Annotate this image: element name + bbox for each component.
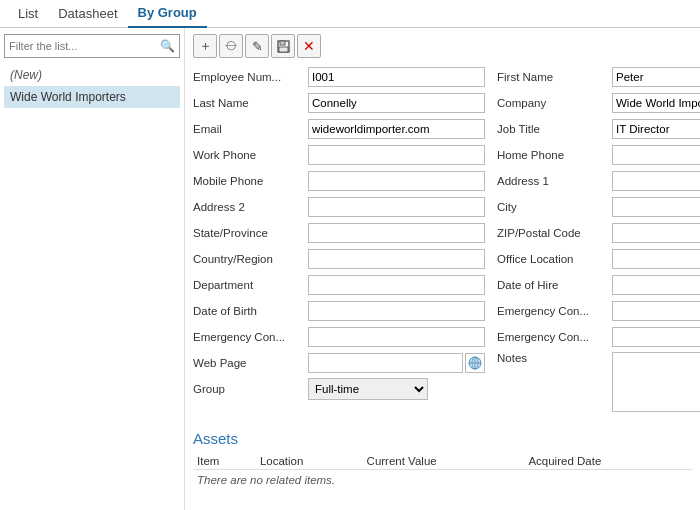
state-province-row: State/Province — [193, 222, 485, 244]
department-label: Department — [193, 279, 308, 291]
job-title-label: Job Title — [497, 123, 612, 135]
employee-number-input[interactable] — [308, 67, 485, 87]
email-label: Email — [193, 123, 308, 135]
zip-input[interactable] — [612, 223, 700, 243]
assets-col-location: Location — [256, 453, 363, 470]
state-province-input[interactable] — [308, 223, 485, 243]
email-row: Email — [193, 118, 485, 140]
assets-col-value: Current Value — [363, 453, 525, 470]
employee-number-row: Employee Num... — [193, 66, 485, 88]
sidebar-item-wwi[interactable]: Wide World Importers — [4, 86, 180, 108]
state-province-label: State/Province — [193, 227, 308, 239]
webpage-label: Web Page — [193, 357, 308, 369]
work-phone-row: Work Phone — [193, 144, 485, 166]
tab-bygroup[interactable]: By Group — [128, 0, 207, 28]
department-input[interactable] — [308, 275, 485, 295]
address2-row: Address 2 — [193, 196, 485, 218]
mobile-phone-input[interactable] — [308, 171, 485, 191]
country-region-input[interactable] — [308, 249, 485, 269]
sidebar-item-new[interactable]: (New) — [4, 64, 180, 86]
company-row: Company — [497, 92, 700, 114]
date-of-birth-row: Date of Birth — [193, 300, 485, 322]
main-layout: 🔍 (New) Wide World Importers ＋ ⦵ ✎ ✕ Emp… — [0, 28, 700, 510]
first-name-input[interactable] — [612, 67, 700, 87]
edit-button[interactable]: ✎ — [245, 34, 269, 58]
content-area: ＋ ⦵ ✎ ✕ Employee Num... Last Name — [185, 28, 700, 510]
date-of-hire-row: Date of Hire — [497, 274, 700, 296]
department-row: Department — [193, 274, 485, 296]
delete-button[interactable]: ⦵ — [219, 34, 243, 58]
assets-title: Assets — [193, 430, 692, 447]
emergency2-input[interactable] — [612, 301, 700, 321]
last-name-row: Last Name — [193, 92, 485, 114]
webpage-input[interactable] — [308, 353, 463, 373]
city-row: City — [497, 196, 700, 218]
date-of-birth-label: Date of Birth — [193, 305, 308, 317]
search-input[interactable] — [9, 40, 160, 52]
office-location-row: Office Location — [497, 248, 700, 270]
first-name-row: First Name — [497, 66, 700, 88]
job-title-row: Job Title — [497, 118, 700, 140]
group-label: Group — [193, 383, 308, 395]
city-label: City — [497, 201, 612, 213]
email-input[interactable] — [308, 119, 485, 139]
cancel-button[interactable]: ✕ — [297, 34, 321, 58]
tab-datasheet[interactable]: Datasheet — [48, 0, 127, 28]
assets-col-date: Acquired Date — [524, 453, 692, 470]
assets-col-item: Item — [193, 453, 256, 470]
work-phone-input[interactable] — [308, 145, 485, 165]
date-of-hire-input[interactable] — [612, 275, 700, 295]
assets-section: Assets Item Location Current Value Acqui… — [193, 426, 692, 490]
emergency3-input[interactable] — [612, 327, 700, 347]
company-input[interactable] — [612, 93, 700, 113]
notes-label: Notes — [497, 352, 612, 364]
add-button[interactable]: ＋ — [193, 34, 217, 58]
company-label: Company — [497, 97, 612, 109]
assets-table: Item Location Current Value Acquired Dat… — [193, 453, 692, 490]
save-button[interactable] — [271, 34, 295, 58]
first-name-label: First Name — [497, 71, 612, 83]
address2-input[interactable] — [308, 197, 485, 217]
tab-list[interactable]: List — [8, 0, 48, 28]
top-nav: List Datasheet By Group — [0, 0, 700, 28]
svg-rect-2 — [279, 47, 288, 52]
form-grid: Employee Num... Last Name Email Work Pho… — [193, 66, 692, 416]
zip-row: ZIP/Postal Code — [497, 222, 700, 244]
toolbar: ＋ ⦵ ✎ ✕ — [193, 34, 692, 58]
webpage-row: Web Page — [193, 352, 485, 374]
group-row: Group Full-time Part-time Contract Inter… — [193, 378, 485, 400]
office-location-label: Office Location — [497, 253, 612, 265]
home-phone-input[interactable] — [612, 145, 700, 165]
address2-label: Address 2 — [193, 201, 308, 213]
mobile-phone-row: Mobile Phone — [193, 170, 485, 192]
city-input[interactable] — [612, 197, 700, 217]
search-box[interactable]: 🔍 — [4, 34, 180, 58]
employee-number-label: Employee Num... — [193, 71, 308, 83]
home-phone-label: Home Phone — [497, 149, 612, 161]
emergency1-input[interactable] — [308, 327, 485, 347]
notes-textarea[interactable] — [612, 352, 700, 412]
group-select[interactable]: Full-time Part-time Contract Intern — [308, 378, 428, 400]
emergency3-label: Emergency Con... — [497, 331, 612, 343]
office-location-input[interactable] — [612, 249, 700, 269]
country-region-label: Country/Region — [193, 253, 308, 265]
emergency2-label: Emergency Con... — [497, 305, 612, 317]
home-phone-row: Home Phone — [497, 144, 700, 166]
job-title-input[interactable] — [612, 119, 700, 139]
work-phone-label: Work Phone — [193, 149, 308, 161]
address1-input[interactable] — [612, 171, 700, 191]
form-right-column: First Name Company Job Title Home Phone … — [497, 66, 700, 416]
last-name-input[interactable] — [308, 93, 485, 113]
mobile-phone-label: Mobile Phone — [193, 175, 308, 187]
sidebar: 🔍 (New) Wide World Importers — [0, 28, 185, 510]
last-name-label: Last Name — [193, 97, 308, 109]
form-left-column: Employee Num... Last Name Email Work Pho… — [193, 66, 485, 416]
address1-row: Address 1 — [497, 170, 700, 192]
svg-rect-1 — [280, 41, 285, 45]
emergency3-row: Emergency Con... — [497, 326, 700, 348]
search-icon: 🔍 — [160, 39, 175, 53]
zip-label: ZIP/Postal Code — [497, 227, 612, 239]
date-of-birth-input[interactable] — [308, 301, 485, 321]
emergency2-row: Emergency Con... — [497, 300, 700, 322]
webpage-browse-button[interactable] — [465, 353, 485, 373]
